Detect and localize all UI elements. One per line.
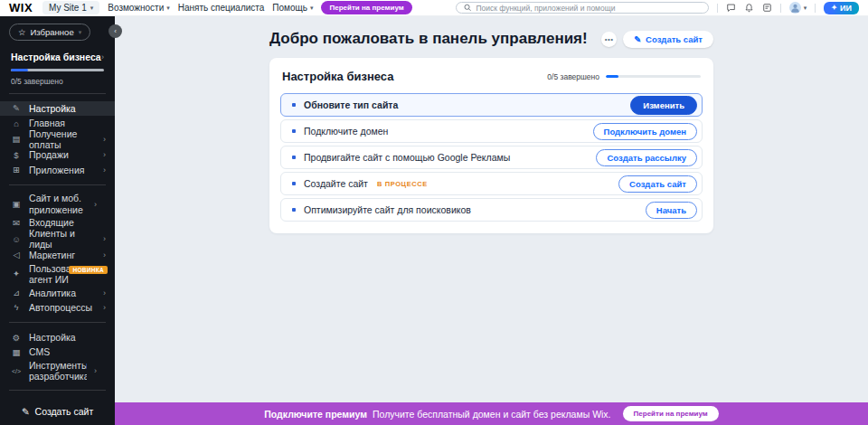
task-connect-domain-button[interactable]: Подключить домен (593, 123, 697, 140)
sidebar-item-ai-agent[interactable]: ✦ Пользовательский агент ИИ НОВИНКА (0, 262, 115, 286)
business-setup-card: Настройка бизнеса 0/5 завершено Обновите… (269, 58, 713, 233)
more-options-button[interactable]: ••• (601, 32, 617, 47)
card-title: Настройка бизнеса (282, 70, 393, 83)
favorites-label: Избранное (31, 27, 74, 37)
sidebar-item-dev-tools[interactable]: </> Инструменты разработчика › (0, 359, 115, 382)
task-google-ads[interactable]: Продвигайте сайт с помощью Google Реклам… (280, 146, 703, 169)
avatar (789, 2, 801, 14)
wix-logo[interactable]: WIX (9, 1, 33, 14)
create-site-button[interactable]: ✎ Создать сайт (623, 31, 713, 48)
chevron-right-icon: › (103, 303, 106, 312)
task-label: Продвигайте сайт с помощью Google Реклам… (304, 152, 510, 163)
releases-grid-icon[interactable] (762, 3, 772, 13)
nav-help-label: Помощь (272, 3, 307, 13)
sidebar-item-cms[interactable]: ▦ CMS (0, 345, 115, 359)
document-icon: ▤ (11, 134, 22, 144)
task-create-site-button[interactable]: Создать сайт (618, 175, 697, 193)
chat-icon[interactable] (726, 3, 736, 13)
card-progress: 0/5 завершено (547, 72, 701, 81)
sidebar-item-payments[interactable]: ▤ Получение оплаты › (0, 130, 115, 147)
new-badge: НОВИНКА (69, 266, 108, 274)
premium-banner-title: Подключите премиум (264, 409, 367, 420)
topbar: WIX My Site 1 ▾ Возможности ▾ Нанять спе… (0, 0, 868, 16)
task-change-button[interactable]: Изменить (630, 96, 697, 115)
sidebar-item-site-mobile-app[interactable]: ▣ Сайт и моб. приложение › (0, 193, 115, 216)
sidebar-item-automations[interactable]: ϟ Автопроцессы › (0, 300, 115, 315)
sidebar-item-label: Клиенты и лиды (29, 228, 96, 250)
nav-hire-label: Нанять специалиста (178, 3, 265, 13)
nav-features-label: Возможности (108, 3, 164, 13)
chevron-right-icon: › (103, 165, 106, 175)
chevron-right-icon: › (103, 250, 106, 260)
sidebar-bottom: ✎ Создать сайт (0, 382, 115, 425)
chart-icon: ⊿ (11, 288, 22, 298)
card-progress-bar (606, 75, 701, 78)
business-setup-block[interactable]: Настройка бизнеса › 0/5 завершено (0, 49, 115, 86)
sidebar-collapse-button[interactable]: ‹ (108, 24, 122, 38)
search-icon (464, 4, 472, 12)
in-progress-badge: В ПРОЦЕССЕ (377, 180, 428, 188)
lightning-icon: ϟ (11, 302, 22, 312)
go-premium-button[interactable]: Перейти на премиум (623, 406, 719, 421)
sidebar-create-site-button[interactable]: ✎ Создать сайт (0, 398, 115, 425)
megaphone-icon: ◁ (11, 250, 22, 260)
ai-assistant-button[interactable]: ✦ ИИ (824, 2, 859, 14)
sidebar-item-setup[interactable]: ✎ Настройка (0, 101, 115, 116)
divider (9, 93, 106, 94)
sidebar-item-analytics[interactable]: ⊿ Аналитика › (0, 286, 115, 300)
main-area: Добро пожаловать в панель управления! ••… (115, 16, 868, 425)
setup-progress-bar (11, 69, 104, 71)
nav-help[interactable]: Помощь ▾ (272, 3, 313, 13)
chevron-right-icon: › (103, 135, 106, 144)
code-icon: </> (11, 368, 22, 374)
sidebar-item-label: Маркетинг (29, 250, 96, 260)
create-site-label: Создать сайт (35, 406, 94, 417)
gear-icon: ⚙ (11, 333, 22, 343)
divider (780, 4, 781, 13)
sparkle-icon: ✦ (11, 269, 22, 279)
favorites-button[interactable]: ☆ Избранное ▾ (9, 24, 90, 41)
sidebar-item-settings[interactable]: ⚙ Настройка (0, 330, 115, 345)
task-create-campaign-button[interactable]: Создать рассылку (596, 149, 697, 166)
chevron-down-icon: ▾ (166, 5, 170, 11)
task-label: Создайте сайт (304, 178, 368, 189)
sidebar-item-label: Получение оплаты (29, 128, 96, 150)
task-connect-domain[interactable]: Подключите домен Подключить домен (280, 119, 703, 143)
divider (9, 184, 106, 185)
dollar-icon: $ (11, 150, 22, 160)
task-create-site[interactable]: Создайте сайт В ПРОЦЕССЕ Создать сайт (280, 172, 703, 195)
setup-title: Настройка бизнеса (11, 52, 101, 62)
chevron-right-icon: › (94, 366, 97, 375)
task-label: Обновите тип сайта (304, 99, 398, 110)
sidebar-item-label: Автопроцессы (29, 302, 96, 313)
upgrade-premium-button[interactable]: Перейти на премиум (321, 1, 411, 14)
task-update-site-type[interactable]: Обновите тип сайта Изменить (280, 93, 703, 117)
sidebar: ‹ ☆ Избранное ▾ Настройка бизнеса › 0/5 … (0, 16, 115, 425)
nav-features[interactable]: Возможности ▾ (108, 3, 169, 13)
sidebar-item-label: CMS (29, 346, 106, 357)
page-header: Добро пожаловать в панель управления! ••… (269, 30, 713, 48)
divider (9, 322, 106, 323)
task-seo[interactable]: Оптимизируйте сайт для поисковиков Начат… (280, 198, 703, 222)
star-icon: ☆ (18, 27, 26, 37)
card-progress-fill (606, 75, 618, 78)
sidebar-item-label: Аналитика (29, 288, 96, 298)
nav-hire-specialist[interactable]: Нанять специалиста (178, 3, 265, 13)
site-selector[interactable]: My Site 1 ▾ (42, 1, 99, 14)
sidebar-item-marketing[interactable]: ◁ Маркетинг › (0, 248, 115, 262)
sidebar-item-sales[interactable]: $ Продажи › (0, 147, 115, 162)
account-menu[interactable]: ▾ (789, 2, 807, 14)
search-input[interactable] (476, 4, 700, 13)
sidebar-item-contacts-leads[interactable]: ☺ Клиенты и лиды › (0, 231, 115, 248)
pencil-icon: ✎ (11, 103, 22, 113)
sidebar-item-apps[interactable]: ⊞ Приложения › (0, 163, 115, 177)
chevron-down-icon: ▾ (90, 5, 94, 11)
search-bar[interactable] (456, 2, 709, 14)
screen-icon: ▣ (11, 199, 22, 209)
sidebar-item-label: Сайт и моб. приложение (29, 193, 87, 214)
chevron-right-icon: › (103, 150, 106, 159)
bullet-icon (292, 129, 296, 133)
divider (815, 4, 816, 13)
notifications-bell-icon[interactable] (744, 3, 754, 13)
task-start-button[interactable]: Начать (646, 202, 697, 219)
